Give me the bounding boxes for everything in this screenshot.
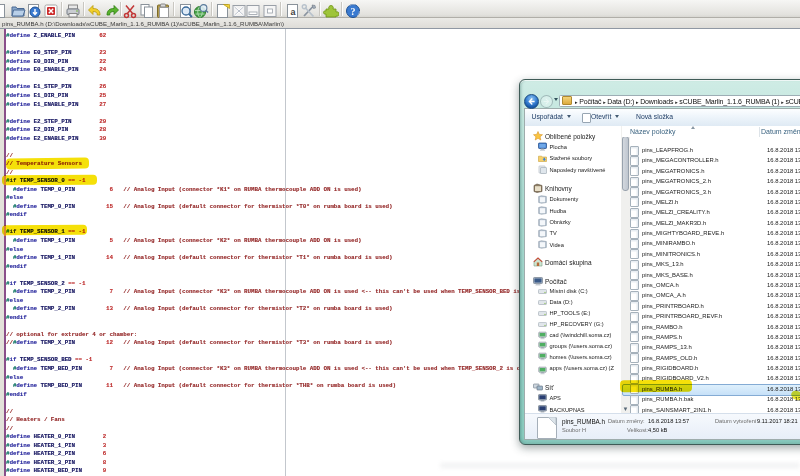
svg-text:?: ? — [351, 6, 356, 17]
